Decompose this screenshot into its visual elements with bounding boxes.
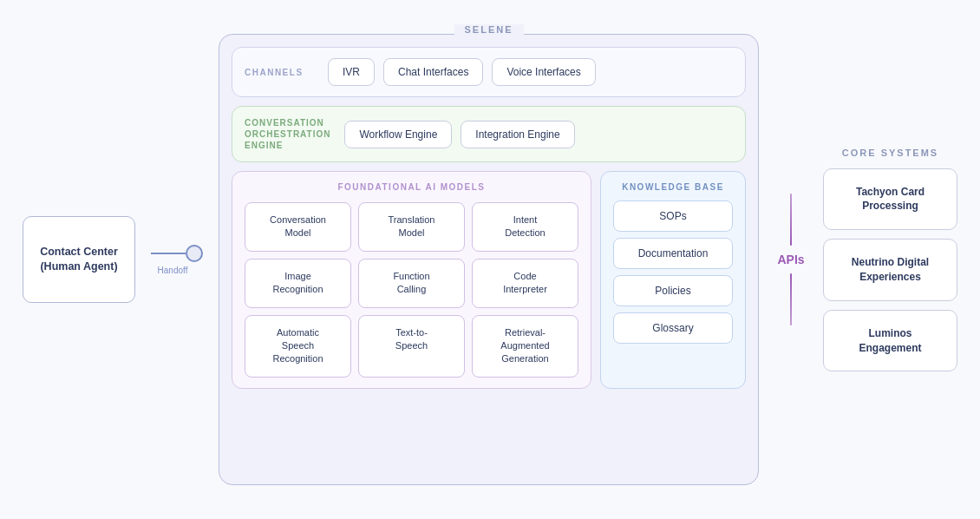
model-rag: Retrieval-AugmentedGeneration: [472, 315, 578, 378]
kb-sops: SOPs: [613, 200, 733, 232]
core-systems-label: CORE SYSTEMS: [823, 148, 957, 158]
model-intent: IntentDetection: [472, 202, 578, 252]
orchestration-section: CONVERSATION ORCHESTRATION ENGINE Workfl…: [232, 106, 746, 162]
channel-ivr: IVR: [328, 58, 375, 86]
model-code: CodeInterpreter: [472, 259, 578, 308]
core-neutrino: Neutrino DigitalExperiences: [823, 239, 957, 301]
knowledge-label: KNOWLEDGE BASE: [613, 182, 733, 192]
diagram-container: Contact Center (Human Agent) Handoff SEL…: [9, 9, 971, 510]
core-items: Tachyon CardProcessing Neutrino DigitalE…: [823, 168, 957, 372]
core-tachyon: Tachyon CardProcessing: [823, 168, 957, 231]
model-function: FunctionCalling: [358, 259, 465, 308]
kb-glossary: Glossary: [613, 312, 733, 344]
contact-center-label: Contact Center (Human Agent): [40, 245, 118, 275]
orchestration-items: Workflow Engine Integration Engine: [344, 121, 574, 148]
channels-section-label: CHANNELS: [245, 67, 314, 78]
apis-line-top: [790, 194, 792, 246]
knowledge-section: KNOWLEDGE BASE SOPs Documentation Polici…: [600, 171, 746, 389]
kb-items: SOPs Documentation Policies Glossary: [613, 200, 733, 344]
handoff-circle: [186, 245, 203, 262]
model-translation: TranslationModel: [358, 202, 465, 252]
model-asr: AutomaticSpeechRecognition: [245, 315, 351, 378]
model-tts: Text-to-Speech: [358, 315, 465, 378]
channel-voice: Voice Interfaces: [492, 58, 595, 86]
channel-chat: Chat Interfaces: [383, 58, 483, 86]
model-grid: ConversationModel TranslationModel Inten…: [245, 202, 578, 378]
workflow-engine: Workflow Engine: [344, 121, 452, 148]
model-image: ImageRecognition: [245, 259, 351, 308]
orchestration-label: CONVERSATION ORCHESTRATION ENGINE: [245, 117, 330, 151]
contact-center-box: Contact Center (Human Agent): [23, 216, 135, 303]
selene-label: SELENE: [454, 24, 523, 35]
handoff-connector: Handoff: [151, 245, 203, 275]
apis-label: APIs: [777, 253, 804, 266]
core-luminos: LuminosEngagement: [823, 310, 957, 372]
integration-engine: Integration Engine: [461, 121, 574, 148]
core-systems-block: CORE SYSTEMS Tachyon CardProcessing Neut…: [823, 148, 957, 372]
foundational-section: FOUNDATIONAL AI MODELS ConversationModel…: [232, 171, 591, 389]
handoff-label: Handoff: [158, 266, 188, 275]
kb-policies: Policies: [613, 275, 733, 306]
channel-items: IVR Chat Interfaces Voice Interfaces: [328, 58, 596, 86]
apis-line-bottom: [790, 273, 792, 325]
channels-section: CHANNELS IVR Chat Interfaces Voice Inter…: [232, 47, 746, 97]
handoff-line: [151, 253, 186, 254]
model-conversation: ConversationModel: [245, 202, 351, 252]
bottom-row: FOUNDATIONAL AI MODELS ConversationModel…: [232, 171, 746, 389]
kb-documentation: Documentation: [613, 238, 733, 269]
selene-block: SELENE CHANNELS IVR Chat Interfaces Voic…: [219, 34, 759, 485]
foundational-label: FOUNDATIONAL AI MODELS: [245, 182, 578, 192]
apis-area: APIs: [774, 194, 807, 325]
